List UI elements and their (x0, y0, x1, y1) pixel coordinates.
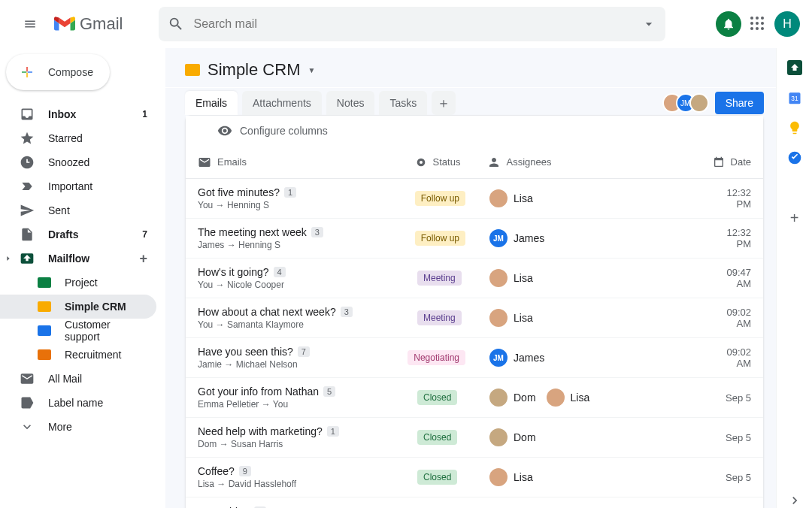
add-label-icon[interactable]: + (139, 251, 147, 267)
column-emails[interactable]: Emails (186, 156, 403, 169)
add-tab-button[interactable]: ＋ (432, 91, 456, 115)
table-row[interactable]: Need help with marketing?1Dom → Susan Ha… (186, 418, 763, 458)
calendar-panel-icon[interactable]: 31 (787, 90, 802, 105)
sidebar-item-inbox[interactable]: Inbox1 (0, 102, 156, 126)
assignee: Lisa (489, 269, 533, 287)
table-row[interactable]: Have you seen this?7Jamie → Michael Nels… (186, 338, 763, 378)
sidebar-subfolder-recruitment[interactable]: Recruitment (0, 343, 156, 367)
sidebar-item-drafts[interactable]: Drafts7 (0, 222, 156, 246)
email-cell: Got five minutes?1You → Henning S (186, 180, 403, 216)
compose-button[interactable]: Compose (6, 54, 110, 90)
status-cell[interactable]: Meeting (405, 310, 477, 325)
column-date[interactable]: Date (701, 156, 763, 168)
sidebar-item-important[interactable]: Important (0, 174, 156, 198)
sidebar-subfolder-project[interactable]: Project (0, 271, 156, 295)
column-assignees[interactable]: Assignees (475, 156, 701, 169)
assignee: Lisa (489, 189, 533, 207)
add-panel-icon[interactable]: + (787, 210, 802, 225)
column-status[interactable]: Status (403, 156, 475, 168)
status-badge: Closed (417, 390, 457, 405)
email-participants: You → Henning S (198, 200, 269, 210)
table-row[interactable]: How about a chat next week?3You → Samant… (186, 298, 763, 338)
account-avatar[interactable]: H (774, 11, 800, 37)
assignees-cell[interactable]: Lisa (477, 309, 703, 327)
sidebar-item-mailflow[interactable]: Mailflow+ (0, 246, 156, 271)
table-row[interactable]: Got five minutes?1You → Henning SFollow … (186, 179, 763, 219)
sidebar-item-label-name[interactable]: Label name (0, 391, 156, 415)
assignee: Dom (489, 389, 536, 407)
crm-table: Configure columns Emails Status Assignee… (185, 115, 764, 508)
table-row[interactable]: How's it going?4You → Nicole CooperMeeti… (186, 259, 763, 298)
share-button[interactable]: Share (715, 92, 764, 114)
assignees-cell[interactable]: JMJames (477, 349, 703, 367)
collaborator-avatars[interactable]: JM (668, 93, 709, 113)
sidebar-item-snoozed[interactable]: Snoozed (0, 150, 156, 174)
table-row[interactable]: The meeting next week3James → Henning SF… (186, 219, 763, 259)
mailflow-icon (20, 251, 35, 266)
main-menu-button[interactable] (12, 6, 48, 42)
status-cell[interactable]: Closed (405, 430, 477, 445)
assignees-cell[interactable]: Lisa (477, 269, 703, 287)
email-subject: Got five minutes? (198, 186, 280, 198)
table-row[interactable]: Got your info from Nathan5Emma Pelletier… (186, 378, 763, 418)
thread-count: 9 (239, 466, 251, 476)
notifications-button[interactable] (716, 11, 741, 37)
status-cell[interactable]: Closed (405, 470, 477, 485)
tab-attachments[interactable]: Attachments (242, 91, 322, 115)
collapse-panel-button[interactable] (787, 493, 802, 508)
configure-columns-button[interactable]: Configure columns (186, 116, 763, 146)
email-subject: Need help with marketing? (198, 425, 323, 437)
collaborator-avatar[interactable] (689, 93, 709, 113)
assignees-cell[interactable]: Lisa (477, 468, 703, 486)
nav-label: Inbox (48, 108, 76, 120)
date-cell: 12:32 PM (703, 227, 763, 249)
thread-count: 1 (284, 187, 296, 198)
tab-tasks[interactable]: Tasks (379, 91, 427, 115)
sidebar-item-starred[interactable]: Starred (0, 126, 156, 150)
assignee-avatar (489, 269, 508, 287)
search-input[interactable] (193, 17, 641, 31)
assignees-cell[interactable]: Dom (477, 428, 703, 446)
status-cell[interactable]: Meeting (405, 271, 477, 286)
sidebar-subfolder-simple-crm[interactable]: Simple CRM (0, 295, 156, 319)
sidebar-item-all-mail[interactable]: All Mail (0, 367, 156, 391)
search-bar[interactable] (159, 7, 665, 41)
keep-panel-icon[interactable] (787, 120, 802, 135)
sidebar-item-sent[interactable]: Sent (0, 198, 156, 222)
label name-icon (20, 395, 35, 410)
status-cell[interactable]: Closed (405, 390, 477, 405)
google-apps-button[interactable] (749, 15, 767, 33)
email-subject: Have you seen this? (198, 346, 293, 358)
table-row[interactable]: Coffee?9Lisa → David HasslehoffClosedLis… (186, 458, 763, 497)
plus-icon (17, 62, 38, 83)
sidebar-item-more[interactable]: More (0, 415, 156, 439)
folder-icon (38, 349, 51, 360)
calendar-icon (713, 156, 725, 168)
gmail-logo[interactable]: Gmail (54, 14, 123, 34)
email-cell: Have you seen this?7Jamie → Michael Nels… (186, 340, 395, 376)
table-row[interactable]: A new idea3Dom → Paul GrahamClosedDomSep… (186, 497, 763, 508)
status-cell[interactable]: Follow up (403, 231, 477, 246)
status-cell[interactable]: Negotiating (395, 350, 477, 365)
thread-count: 5 (323, 386, 335, 397)
search-options-icon[interactable] (641, 17, 656, 32)
assignees-cell[interactable]: JMJames (477, 229, 703, 247)
status-badge: Meeting (417, 271, 462, 286)
nav-label: Snoozed (48, 156, 89, 168)
tasks-panel-icon[interactable] (787, 150, 802, 165)
nav-count: 7 (142, 229, 147, 240)
assignees-cell[interactable]: DomLisa (477, 389, 703, 407)
assignee-name: Lisa (514, 471, 533, 483)
subfolder-label: Recruitment (65, 349, 121, 361)
folder-icon (38, 277, 51, 288)
status-cell[interactable]: Follow up (403, 191, 477, 206)
mailflow-panel-icon[interactable] (787, 60, 802, 75)
assignee-avatar (547, 389, 565, 407)
folder-dropdown-caret[interactable]: ▼ (308, 66, 315, 74)
tab-emails[interactable]: Emails (185, 91, 238, 115)
date-cell: Sep 5 (703, 392, 763, 404)
assignees-cell[interactable]: Lisa (477, 189, 703, 207)
sidebar-subfolder-customer-support[interactable]: Customer support (0, 319, 156, 343)
assignee-name: Lisa (514, 312, 533, 324)
tab-notes[interactable]: Notes (326, 91, 375, 115)
